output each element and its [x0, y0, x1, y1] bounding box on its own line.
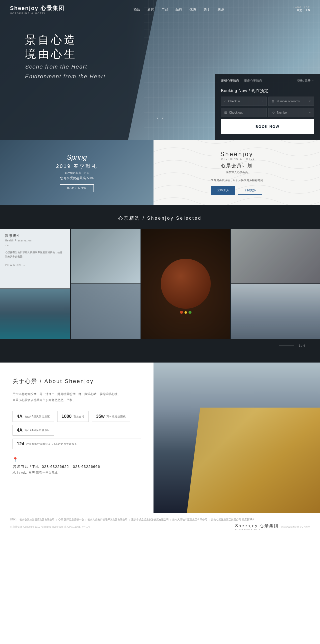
footer-logo-text: Sheenjoy 心景集团 — [235, 523, 279, 529]
selected-section: 心景精选 / Sheenjoy Selected 温泉养生 Health Pre… — [0, 205, 320, 363]
booking-tab-kunming[interactable]: 昆明心景酒店 — [221, 79, 239, 84]
about-title: 关于心景 / About Sheenjoy — [12, 378, 141, 385]
pagination: 1 / 4 — [0, 339, 320, 348]
footer-logo: Sheenjoy 心景集团 HOTSPRING & HOTEL 网站建设技术支持… — [235, 523, 310, 530]
footer-link-1[interactable]: 云南心景旅游酒店集团有限公司 — [20, 518, 54, 521]
learn-more-button[interactable]: 了解更多 — [238, 186, 262, 195]
promo-book-button[interactable]: BOOK NOW — [60, 184, 94, 192]
gallery-spa-image — [71, 229, 141, 283]
checkin-label: Check in — [228, 100, 260, 103]
join-button[interactable]: 立即加入 — [211, 186, 235, 195]
promo-discount: 您可享受优惠最高 50% — [56, 176, 98, 180]
promo-logo: Sheenjoy — [211, 151, 263, 158]
member-buttons: 立即加入 了解更多 — [211, 186, 263, 195]
hero-cn-title-1: 景自心造 — [25, 33, 106, 47]
stat-124: 124 种全智能控制系统及 24小时贴身管家服务 — [12, 439, 141, 449]
footer-link-3[interactable]: 云南大鼎资产管理开发集团有限公司 — [88, 518, 128, 521]
main-nav: 酒店 新闻 产品 品牌 优惠 关于 联系 — [134, 7, 224, 12]
stat-label-5: 种全智能控制系统及 24小时贴身管家服务 — [26, 442, 77, 446]
footer: LINK： 云南心景旅游酒店集团有限公司 | 心景 国际温泉度假中心 | 云南大… — [0, 513, 320, 535]
nav-about[interactable]: 关于 — [204, 7, 210, 12]
chevron-down-icon: ∨ — [309, 100, 311, 103]
stat-value-4: 4A — [17, 428, 22, 433]
rooms-field[interactable]: ⊞ Number of rooms ∨ — [268, 97, 314, 106]
stat-4a-2: 4A 地处4A级风景名胜区 — [12, 425, 54, 436]
phone1: 023-63226622 — [42, 464, 69, 469]
address-value: 重庆·花墙·十里温泉城 — [29, 471, 58, 474]
booking-tab-chongqing[interactable]: 重庆心景酒店 — [244, 79, 262, 84]
hero-en-title-1: Scene from the Heart — [25, 63, 106, 71]
arrow-right-icon: → — [23, 264, 26, 266]
gallery-col4 — [231, 229, 320, 339]
guests-field[interactable]: ☺ Number ∨ — [268, 108, 314, 117]
site-header: Sheenjoy 心景集团 HOTSPRING & HOTEL 酒店 新闻 产品… — [0, 0, 320, 19]
about-building-glass — [187, 408, 320, 513]
booking-panel: 昆明心景酒店 重庆心景酒店 Booking Now / 现在预定 登录 / 注册… — [215, 74, 320, 140]
prev-arrow[interactable]: ‹ — [156, 115, 158, 120]
contact-phone: 咨询电话 / Tel: 023-63226622 023-63226666 — [12, 464, 141, 469]
nav-hotel[interactable]: 酒店 — [134, 7, 140, 12]
footer-link-6[interactable]: 云南心景旅游酒店集团公司 酒店及SPA — [211, 518, 254, 521]
book-now-button[interactable]: BOOK NOW — [221, 119, 314, 134]
gallery-col3 — [141, 229, 230, 339]
booking-login[interactable]: 登录 / 注册 → — [297, 79, 314, 83]
stat-value-1: 4A — [17, 414, 22, 419]
nav-contact[interactable]: 联系 — [218, 7, 224, 12]
rooms-label: Number of rooms — [276, 100, 307, 103]
gallery-food-image — [141, 229, 230, 339]
promo-right-content: Sheenjoy HOTSPRING & HOTEL 心景会员计划 现在加入心景… — [211, 151, 263, 195]
view-more-link[interactable]: VIEW MORE → — [5, 264, 65, 266]
stat-label-4: 地处4A级风景名胜区 — [24, 429, 50, 432]
member-desc1: 现在加入心景会员 — [211, 170, 263, 175]
about-contact: 📍 咨询电话 / Tel: 023-63226622 023-63226666 … — [12, 457, 141, 475]
hero-en-title-2: Environment from the Heart — [25, 73, 106, 81]
footer-link-2[interactable]: 心景 国际温泉度假中心 — [58, 518, 84, 521]
gallery-card-en: Health Preservation — [5, 239, 65, 242]
promo-left-content: Spring 2019 春季献礼 前厅预定客房心力景 您可享受优惠最高 50% … — [56, 153, 98, 192]
next-arrow[interactable]: › — [162, 115, 164, 120]
footer-link-4[interactable]: 重庆市诚鑫温泉旅游发展有限公司 — [131, 518, 169, 521]
gallery-col1: 温泉养生 Health Preservation 〜 心景拥有当地日积能大的温泉… — [0, 229, 70, 339]
stat-label-3: 万㎡总建筑面积 — [106, 415, 126, 418]
contact-address: 地址 / Add: 重庆·花墙·十里温泉城 — [12, 471, 141, 475]
hero-text: 景自心造 境由心生 Scene from the Heart Environme… — [25, 33, 106, 81]
gallery-fitness-image — [231, 229, 320, 283]
gallery-grid: 温泉养生 Health Preservation 〜 心景拥有当地日积能大的温泉… — [0, 229, 320, 339]
home-icon: ⌂ — [224, 99, 226, 103]
promo-logo-sub: HOTSPRING & HOTEL — [211, 158, 263, 160]
nav-product[interactable]: 产品 — [162, 7, 168, 12]
lang-en[interactable]: EN — [306, 9, 310, 13]
about-desc: 用指尖将时间按摩，寻一清净土，抛开喧嚣纷扰；择一陶温心绪，获得温暖心境。来重庆心… — [12, 391, 141, 403]
about-left: 关于心景 / About Sheenjoy 用指尖将时间按摩，寻一清净土，抛开喧… — [0, 363, 154, 513]
logo-text: Sheenjoy 心景集团 — [10, 5, 64, 12]
location-icon: 📍 — [12, 457, 141, 462]
nav-offers[interactable]: 优惠 — [190, 7, 196, 12]
checkin-field[interactable]: ⌂ Check in › — [221, 97, 266, 106]
booking-fields-row1: ⌂ Check in › ⊞ Number of rooms ∨ — [221, 97, 314, 106]
address-label: 地址 / Add: — [12, 471, 27, 474]
calendar-icon: ⊡ — [224, 111, 227, 114]
nav-news[interactable]: 新闻 — [148, 7, 154, 12]
booking-title: Booking Now / 现在预定 — [221, 88, 314, 94]
carousel-arrows: ‹ › — [156, 115, 164, 120]
stat-value-2: 1000 — [62, 414, 72, 419]
about-right — [154, 363, 320, 513]
promo-section: Spring 2019 春季献礼 前厅预定客房心力景 您可享受优惠最高 50% … — [0, 140, 320, 205]
footer-powered: 网站建设技术支持：U-N赤岸 — [281, 525, 310, 529]
hero-section: Sheenjoy 心景集团 HOTSPRING & HOTEL 酒店 新闻 产品… — [0, 0, 320, 140]
promo-desc1: 前厅预定客房心力景 — [56, 171, 98, 175]
food-plate — [161, 259, 211, 309]
footer-links: LINK： 云南心景旅游酒店集团有限公司 | 心景 国际温泉度假中心 | 云南大… — [10, 518, 310, 521]
promo-offer: Spring 2019 春季献礼 前厅预定客房心力景 您可享受优惠最高 50% … — [0, 140, 154, 205]
lang-cn[interactable]: 中文 — [297, 9, 302, 13]
footer-bottom: © 心景集团 Copyright 2019 All Rights Reserve… — [10, 523, 310, 530]
footer-link-5[interactable]: 云南大鼎地产运营集团有限公司 — [172, 518, 207, 521]
gallery-card: 温泉养生 Health Preservation 〜 心景拥有当地日积能大的温泉… — [0, 229, 70, 288]
pagination-text: 1 / 4 — [299, 344, 305, 348]
lang-label: LANGUAGE — [294, 6, 310, 9]
selected-title: 心景精选 / Sheenjoy Selected — [0, 215, 320, 221]
checkout-field[interactable]: ⊡ Check out › — [221, 108, 266, 117]
stat-4a-1: 4A 地处4A级风景名胜区 — [12, 411, 54, 422]
footer-link-label: LINK： — [10, 518, 18, 521]
nav-brand[interactable]: 品牌 — [176, 7, 182, 12]
